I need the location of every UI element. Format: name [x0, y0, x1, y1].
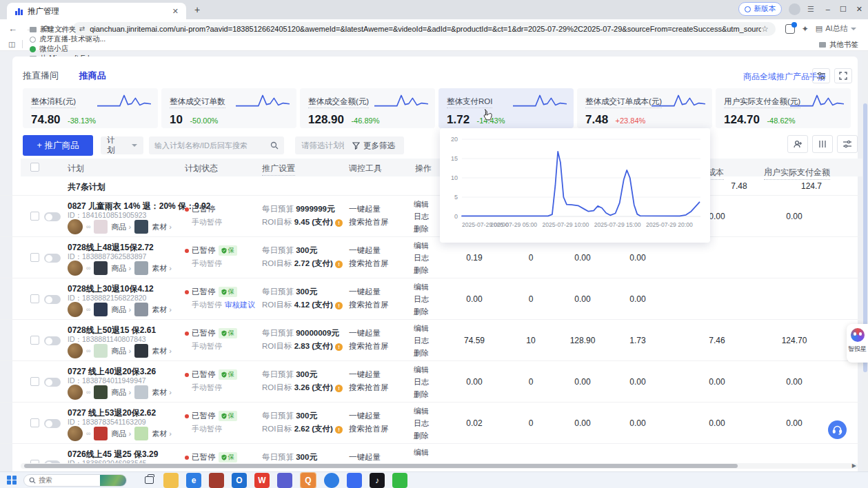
col-status[interactable]: 计划状态: [185, 163, 218, 174]
tab-live-room[interactable]: 推直播间: [23, 70, 59, 81]
window-close-button[interactable]: ✕: [856, 5, 862, 14]
more-filters-button[interactable]: 更多筛选: [344, 136, 403, 154]
product-link[interactable]: 商品 ›: [111, 222, 131, 232]
action-link[interactable]: 日志: [414, 417, 429, 429]
row-toggle[interactable]: [44, 378, 61, 387]
action-link[interactable]: 日志: [414, 293, 429, 305]
col-setting[interactable]: 推广设置: [262, 163, 295, 176]
bookmark-item[interactable]: 新建文件夹: [30, 25, 105, 34]
settings-sliders-icon[interactable]: [812, 68, 830, 83]
stat-card[interactable]: 整体成交金额(元) 128.90 -46.89%: [300, 88, 435, 128]
help-headset-button[interactable]: [828, 420, 847, 439]
tool-link[interactable]: 搜索抢首屏: [349, 216, 389, 229]
vertical-scrollbar[interactable]: [862, 51, 868, 471]
zhitouxing-widget[interactable]: 智投星: [847, 324, 868, 363]
material-link[interactable]: 素材 ›: [152, 263, 172, 274]
row-checkbox[interactable]: [30, 212, 39, 221]
warning-icon[interactable]: !: [335, 343, 343, 351]
row-checkbox[interactable]: [30, 377, 39, 386]
warning-icon[interactable]: !: [335, 385, 343, 392]
browser-avatar[interactable]: [789, 3, 800, 15]
warning-icon[interactable]: !: [335, 261, 343, 268]
tab-promote-product[interactable]: 推商品: [79, 70, 106, 81]
row-checkbox[interactable]: [30, 418, 39, 427]
side-panel-icon[interactable]: ◫: [8, 40, 23, 48]
col-action[interactable]: 操作: [415, 163, 432, 174]
qianchuan-active-icon[interactable]: Q: [301, 473, 316, 488]
other-bookmarks[interactable]: 其他书签: [819, 40, 858, 50]
search-icon[interactable]: [270, 141, 279, 150]
warning-icon[interactable]: !: [335, 302, 343, 309]
action-link[interactable]: 删除: [414, 429, 429, 442]
tool-link[interactable]: 一键起量: [349, 285, 389, 298]
stat-card[interactable]: 整体消耗(元) 74.80 -38.13%: [23, 88, 158, 128]
fullscreen-icon[interactable]: [834, 68, 852, 83]
action-link[interactable]: 删除: [414, 388, 429, 400]
edge-browser-icon[interactable]: e: [186, 473, 201, 488]
material-link[interactable]: 素材 ›: [152, 305, 172, 315]
douyin-store-icon[interactable]: [347, 473, 362, 488]
store-app-icon[interactable]: [209, 473, 224, 488]
puzzle-icon[interactable]: ✦: [802, 24, 809, 34]
outlook-icon[interactable]: O: [232, 473, 247, 488]
tiktok-douyin-icon[interactable]: ♪: [370, 473, 385, 488]
purple-app-icon[interactable]: [277, 473, 292, 488]
row-toggle[interactable]: [44, 419, 61, 428]
col-tool[interactable]: 调控工具: [349, 163, 382, 174]
browser-menu-icon[interactable]: ☰: [807, 5, 815, 14]
table-settings-icon[interactable]: [837, 135, 858, 153]
product-link[interactable]: 商品 ›: [111, 263, 131, 274]
wechat-icon[interactable]: [392, 473, 407, 488]
stat-card[interactable]: 整体成交订单数 10 -50.00%: [161, 88, 296, 128]
row-toggle[interactable]: [44, 212, 61, 221]
material-link[interactable]: 素材 ›: [152, 346, 172, 356]
tool-link[interactable]: 搜索抢首屏: [349, 257, 389, 270]
bookmark-star-icon[interactable]: ☆: [761, 24, 769, 34]
task-view-icon[interactable]: [145, 476, 154, 484]
material-link[interactable]: 素材 ›: [152, 222, 172, 232]
action-link[interactable]: 编辑: [414, 405, 429, 417]
tool-link[interactable]: 一键起量: [349, 327, 389, 340]
row-checkbox[interactable]: [30, 253, 39, 262]
action-link[interactable]: 日志: [414, 252, 429, 264]
select-all-checkbox[interactable]: [30, 163, 39, 172]
bookmark-item[interactable]: 虎牙直播-技术驱动...: [30, 34, 105, 44]
action-link[interactable]: 编辑: [414, 239, 429, 252]
tool-link[interactable]: 一键起量: [349, 451, 381, 464]
material-link[interactable]: 素材 ›: [152, 429, 172, 439]
tool-link[interactable]: 一键起量: [349, 203, 389, 216]
wps-office-icon[interactable]: W: [254, 473, 270, 488]
action-link[interactable]: 编辑: [414, 281, 429, 293]
action-link[interactable]: 删除: [414, 223, 429, 235]
taskbar-search[interactable]: [23, 474, 127, 487]
tool-link[interactable]: 一键起量: [349, 368, 389, 381]
tool-link[interactable]: 一键起量: [349, 244, 389, 257]
new-tab-button[interactable]: +: [194, 4, 200, 15]
action-link[interactable]: 删除: [414, 264, 429, 276]
row-checkbox[interactable]: [30, 294, 39, 303]
action-link[interactable]: 删除: [414, 347, 429, 359]
action-link[interactable]: 编辑: [414, 363, 429, 376]
back-icon[interactable]: ←: [8, 23, 17, 34]
plan-search-input[interactable]: [154, 141, 270, 150]
action-link[interactable]: 日志: [414, 376, 429, 388]
action-link[interactable]: 删除: [414, 305, 429, 318]
product-link[interactable]: 商品 ›: [111, 387, 131, 398]
plan-type-select[interactable]: 计划: [101, 136, 143, 154]
row-toggle[interactable]: [44, 336, 61, 345]
tool-link[interactable]: 搜索抢首屏: [349, 381, 389, 394]
custom-columns-icon[interactable]: [812, 135, 833, 153]
tool-link[interactable]: 搜索抢首屏: [349, 423, 389, 436]
row-toggle[interactable]: [44, 254, 61, 263]
window-maximize-button[interactable]: ☐: [840, 5, 847, 14]
warning-icon[interactable]: !: [335, 219, 343, 227]
custom-audience-icon[interactable]: [787, 135, 808, 153]
browser-tab[interactable]: 推广管理 ✕: [7, 3, 186, 19]
new-version-badge[interactable]: 新版本: [738, 2, 782, 16]
url-field[interactable]: ⇄ qianchuan.jinritemai.com/uni-prom?aavi…: [72, 22, 776, 36]
horizontal-scrollbar[interactable]: ▶: [21, 463, 858, 469]
product-link[interactable]: 商品 ›: [111, 429, 131, 439]
warning-icon[interactable]: !: [335, 426, 343, 434]
review-link[interactable]: 审核建议: [225, 301, 255, 309]
product-link[interactable]: 商品 ›: [111, 346, 131, 356]
